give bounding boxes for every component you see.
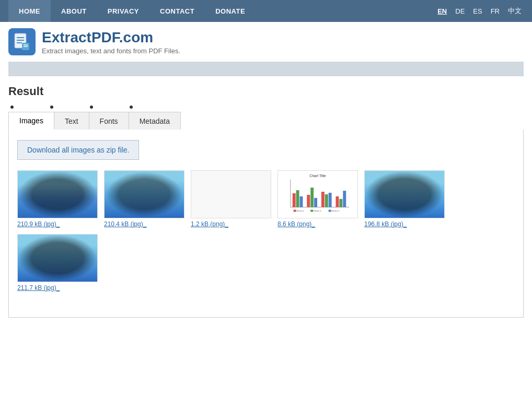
svg-rect-21	[339, 199, 342, 207]
svg-rect-15	[310, 188, 314, 207]
lang-es[interactable]: ES	[471, 6, 484, 16]
site-title-group: ExtractPDF.com Extract images, text and …	[42, 29, 180, 55]
tabs-header: Images Text Fonts Metadata	[8, 112, 524, 130]
tab-bullets	[8, 106, 524, 109]
nav-home[interactable]: HOME	[8, 0, 51, 22]
svg-rect-25	[329, 210, 331, 212]
lang-de[interactable]: DE	[453, 6, 467, 16]
images-grid: 210.9 kB (jpg)_ 210.4 kB (jpg)_ 1.2 kB (…	[17, 170, 515, 292]
image-thumb-2[interactable]	[104, 170, 184, 218]
image-label-5[interactable]: 196.8 kB (jpg)_	[364, 220, 407, 228]
image-item-3: 1.2 kB (png)_	[191, 170, 271, 228]
main-content: Result Images Text Fonts Metadata Downlo…	[0, 76, 532, 326]
nav-about[interactable]: ABOUT	[51, 0, 97, 22]
image-item-6: 211.7 kB (jpg)_	[17, 234, 98, 292]
svg-rect-11	[293, 193, 296, 207]
image-label-3[interactable]: 1.2 kB (png)_	[191, 220, 228, 228]
svg-rect-24	[310, 210, 313, 212]
image-label-4[interactable]: 8.6 kB (png)_	[277, 220, 315, 228]
svg-rect-18	[325, 194, 328, 207]
bullet-3	[90, 106, 130, 109]
lang-zh[interactable]: 中文	[506, 5, 524, 17]
site-header: ExtractPDF.com Extract images, text and …	[0, 22, 532, 62]
nav-donate[interactable]: DONATE	[205, 0, 256, 22]
image-item-2: 210.4 kB (jpg)_	[104, 170, 184, 228]
svg-rect-19	[329, 193, 332, 207]
bullet-4	[130, 106, 169, 109]
image-item-4: Chart Title	[277, 170, 358, 228]
svg-text:Series 1: Series 1	[297, 209, 304, 212]
lang-fr[interactable]: FR	[489, 6, 502, 16]
svg-rect-22	[343, 191, 346, 207]
nav-privacy[interactable]: PRIVACY	[97, 0, 149, 22]
image-thumb-4[interactable]: Chart Title	[277, 170, 358, 218]
image-thumb-1[interactable]	[17, 170, 98, 218]
svg-rect-13	[300, 196, 303, 207]
nav-contact[interactable]: CONTACT	[149, 0, 205, 22]
svg-rect-20	[336, 196, 339, 207]
bullet-dot-2	[50, 106, 53, 109]
image-label-2[interactable]: 210.4 kB (jpg)_	[104, 220, 146, 228]
tab-text[interactable]: Text	[54, 112, 89, 130]
language-switcher: EN DE ES FR 中文	[435, 5, 524, 17]
tab-metadata[interactable]: Metadata	[129, 112, 181, 130]
image-item-5: 196.8 kB (jpg)_	[364, 170, 445, 228]
image-label-1[interactable]: 210.9 kB (jpg)_	[17, 220, 60, 228]
tab-content-images: Download all images as zip file. 210.9 k…	[8, 130, 524, 318]
svg-rect-14	[307, 195, 310, 207]
ad-banner	[8, 62, 524, 76]
svg-rect-23	[294, 210, 296, 212]
image-thumb-5[interactable]	[364, 170, 445, 218]
site-logo	[8, 28, 36, 55]
bullet-dot-3	[90, 106, 93, 109]
bullet-dot-4	[130, 106, 133, 109]
bullet-dot-1	[10, 106, 14, 109]
site-title: ExtractPDF.com	[42, 29, 180, 46]
lang-en[interactable]: EN	[435, 6, 449, 16]
svg-text:Series 2: Series 2	[314, 209, 321, 212]
tab-fonts[interactable]: Fonts	[89, 112, 129, 130]
bullet-2	[50, 106, 90, 109]
image-thumb-3[interactable]	[191, 170, 271, 218]
svg-text:Series 3: Series 3	[332, 209, 340, 212]
logo-icon	[13, 32, 31, 51]
image-thumb-6[interactable]	[17, 234, 98, 282]
chart-svg: Chart Title	[282, 172, 353, 214]
svg-text:Chart Title: Chart Title	[309, 174, 326, 178]
download-zip-button[interactable]: Download all images as zip file.	[17, 140, 139, 160]
site-subtitle: Extract images, text and fonts from PDF …	[42, 47, 180, 55]
result-title: Result	[8, 85, 524, 98]
svg-rect-12	[296, 190, 299, 207]
svg-rect-16	[314, 198, 317, 207]
tab-images[interactable]: Images	[8, 112, 54, 130]
nav-links: HOME ABOUT PRIVACY CONTACT DONATE	[8, 0, 256, 22]
svg-rect-17	[321, 192, 325, 207]
image-item-1: 210.9 kB (jpg)_	[17, 170, 98, 228]
top-navigation: HOME ABOUT PRIVACY CONTACT DONATE EN DE …	[0, 0, 532, 22]
bullet-1	[10, 106, 50, 109]
image-label-6[interactable]: 211.7 kB (jpg)_	[17, 284, 60, 292]
